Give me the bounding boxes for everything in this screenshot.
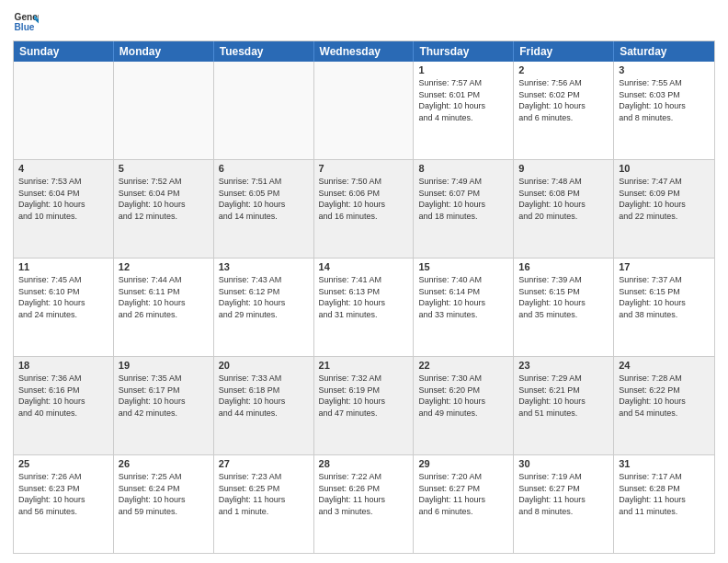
calendar-header-cell: Sunday bbox=[14, 41, 114, 62]
calendar-cell: 22Sunrise: 7:30 AM Sunset: 6:20 PM Dayli… bbox=[414, 357, 514, 454]
calendar-cell: 30Sunrise: 7:19 AM Sunset: 6:27 PM Dayli… bbox=[514, 455, 614, 553]
day-number: 18 bbox=[18, 360, 108, 371]
day-info: Sunrise: 7:51 AM Sunset: 6:05 PM Dayligh… bbox=[219, 176, 309, 222]
day-info: Sunrise: 7:35 AM Sunset: 6:17 PM Dayligh… bbox=[119, 373, 209, 419]
calendar: SundayMondayTuesdayWednesdayThursdayFrid… bbox=[13, 40, 715, 554]
page: General Blue SundayMondayTuesdayWednesda… bbox=[0, 0, 728, 563]
day-number: 26 bbox=[119, 458, 209, 469]
day-info: Sunrise: 7:28 AM Sunset: 6:22 PM Dayligh… bbox=[619, 373, 710, 419]
calendar-cell: 9Sunrise: 7:48 AM Sunset: 6:08 PM Daylig… bbox=[514, 160, 614, 258]
calendar-cell: 4Sunrise: 7:53 AM Sunset: 6:04 PM Daylig… bbox=[14, 160, 114, 258]
day-info: Sunrise: 7:20 AM Sunset: 6:27 PM Dayligh… bbox=[418, 471, 508, 517]
calendar-cell: 29Sunrise: 7:20 AM Sunset: 6:27 PM Dayli… bbox=[414, 455, 514, 553]
day-info: Sunrise: 7:49 AM Sunset: 6:07 PM Dayligh… bbox=[418, 176, 508, 222]
day-info: Sunrise: 7:55 AM Sunset: 6:03 PM Dayligh… bbox=[619, 77, 710, 123]
calendar-row: 1Sunrise: 7:57 AM Sunset: 6:01 PM Daylig… bbox=[14, 62, 714, 159]
day-info: Sunrise: 7:25 AM Sunset: 6:24 PM Dayligh… bbox=[119, 471, 209, 517]
header: General Blue bbox=[13, 9, 715, 35]
calendar-cell: 25Sunrise: 7:26 AM Sunset: 6:23 PM Dayli… bbox=[14, 455, 114, 553]
day-number: 21 bbox=[319, 360, 409, 371]
day-info: Sunrise: 7:53 AM Sunset: 6:04 PM Dayligh… bbox=[18, 176, 108, 222]
logo: General Blue bbox=[13, 9, 39, 35]
calendar-cell bbox=[114, 62, 214, 159]
day-info: Sunrise: 7:45 AM Sunset: 6:10 PM Dayligh… bbox=[18, 274, 108, 320]
svg-text:Blue: Blue bbox=[15, 22, 35, 32]
calendar-body: 1Sunrise: 7:57 AM Sunset: 6:01 PM Daylig… bbox=[14, 62, 714, 553]
day-info: Sunrise: 7:26 AM Sunset: 6:23 PM Dayligh… bbox=[18, 471, 108, 517]
calendar-cell: 28Sunrise: 7:22 AM Sunset: 6:26 PM Dayli… bbox=[314, 455, 415, 553]
calendar-header-cell: Tuesday bbox=[214, 41, 314, 62]
day-info: Sunrise: 7:39 AM Sunset: 6:15 PM Dayligh… bbox=[518, 274, 609, 320]
day-info: Sunrise: 7:50 AM Sunset: 6:06 PM Dayligh… bbox=[319, 176, 409, 222]
day-info: Sunrise: 7:30 AM Sunset: 6:20 PM Dayligh… bbox=[418, 373, 508, 419]
day-number: 20 bbox=[219, 360, 309, 371]
day-number: 5 bbox=[119, 163, 209, 174]
day-number: 23 bbox=[518, 360, 609, 371]
calendar-cell: 24Sunrise: 7:28 AM Sunset: 6:22 PM Dayli… bbox=[614, 357, 714, 454]
calendar-header-cell: Friday bbox=[514, 41, 614, 62]
day-info: Sunrise: 7:36 AM Sunset: 6:16 PM Dayligh… bbox=[18, 373, 108, 419]
calendar-cell: 26Sunrise: 7:25 AM Sunset: 6:24 PM Dayli… bbox=[114, 455, 214, 553]
day-info: Sunrise: 7:52 AM Sunset: 6:04 PM Dayligh… bbox=[119, 176, 209, 222]
day-number: 15 bbox=[418, 261, 508, 272]
calendar-cell: 19Sunrise: 7:35 AM Sunset: 6:17 PM Dayli… bbox=[114, 357, 214, 454]
calendar-cell: 23Sunrise: 7:29 AM Sunset: 6:21 PM Dayli… bbox=[514, 357, 614, 454]
day-number: 13 bbox=[219, 261, 309, 272]
day-number: 25 bbox=[18, 458, 108, 469]
calendar-cell: 13Sunrise: 7:43 AM Sunset: 6:12 PM Dayli… bbox=[214, 259, 314, 356]
day-info: Sunrise: 7:22 AM Sunset: 6:26 PM Dayligh… bbox=[319, 471, 409, 517]
calendar-row: 18Sunrise: 7:36 AM Sunset: 6:16 PM Dayli… bbox=[14, 356, 714, 454]
day-number: 19 bbox=[119, 360, 209, 371]
day-info: Sunrise: 7:19 AM Sunset: 6:27 PM Dayligh… bbox=[518, 471, 609, 517]
calendar-cell: 11Sunrise: 7:45 AM Sunset: 6:10 PM Dayli… bbox=[14, 259, 114, 356]
calendar-cell: 6Sunrise: 7:51 AM Sunset: 6:05 PM Daylig… bbox=[214, 160, 314, 258]
calendar-cell: 21Sunrise: 7:32 AM Sunset: 6:19 PM Dayli… bbox=[314, 357, 415, 454]
day-info: Sunrise: 7:57 AM Sunset: 6:01 PM Dayligh… bbox=[418, 77, 508, 123]
day-info: Sunrise: 7:33 AM Sunset: 6:18 PM Dayligh… bbox=[219, 373, 309, 419]
day-info: Sunrise: 7:17 AM Sunset: 6:28 PM Dayligh… bbox=[619, 471, 710, 517]
day-info: Sunrise: 7:41 AM Sunset: 6:13 PM Dayligh… bbox=[319, 274, 409, 320]
day-info: Sunrise: 7:48 AM Sunset: 6:08 PM Dayligh… bbox=[518, 176, 609, 222]
day-info: Sunrise: 7:43 AM Sunset: 6:12 PM Dayligh… bbox=[219, 274, 309, 320]
calendar-cell: 10Sunrise: 7:47 AM Sunset: 6:09 PM Dayli… bbox=[614, 160, 714, 258]
calendar-cell: 31Sunrise: 7:17 AM Sunset: 6:28 PM Dayli… bbox=[614, 455, 714, 553]
day-number: 3 bbox=[619, 64, 710, 75]
day-info: Sunrise: 7:44 AM Sunset: 6:11 PM Dayligh… bbox=[119, 274, 209, 320]
day-number: 9 bbox=[518, 163, 609, 174]
day-number: 31 bbox=[619, 458, 710, 469]
logo-icon: General Blue bbox=[13, 9, 39, 35]
day-number: 29 bbox=[418, 458, 508, 469]
day-number: 1 bbox=[418, 64, 508, 75]
calendar-cell: 17Sunrise: 7:37 AM Sunset: 6:15 PM Dayli… bbox=[614, 259, 714, 356]
day-info: Sunrise: 7:37 AM Sunset: 6:15 PM Dayligh… bbox=[619, 274, 710, 320]
day-info: Sunrise: 7:40 AM Sunset: 6:14 PM Dayligh… bbox=[418, 274, 508, 320]
calendar-cell: 16Sunrise: 7:39 AM Sunset: 6:15 PM Dayli… bbox=[514, 259, 614, 356]
calendar-row: 11Sunrise: 7:45 AM Sunset: 6:10 PM Dayli… bbox=[14, 258, 714, 356]
calendar-cell: 3Sunrise: 7:55 AM Sunset: 6:03 PM Daylig… bbox=[614, 62, 714, 159]
calendar-cell: 20Sunrise: 7:33 AM Sunset: 6:18 PM Dayli… bbox=[214, 357, 314, 454]
calendar-cell: 2Sunrise: 7:56 AM Sunset: 6:02 PM Daylig… bbox=[514, 62, 614, 159]
calendar-header-cell: Saturday bbox=[614, 41, 714, 62]
day-number: 17 bbox=[619, 261, 710, 272]
calendar-header-cell: Wednesday bbox=[314, 41, 415, 62]
calendar-header-cell: Thursday bbox=[414, 41, 514, 62]
day-number: 2 bbox=[518, 64, 609, 75]
calendar-row: 4Sunrise: 7:53 AM Sunset: 6:04 PM Daylig… bbox=[14, 159, 714, 258]
day-number: 30 bbox=[518, 458, 609, 469]
day-number: 10 bbox=[619, 163, 710, 174]
day-info: Sunrise: 7:56 AM Sunset: 6:02 PM Dayligh… bbox=[518, 77, 609, 123]
day-number: 7 bbox=[319, 163, 409, 174]
day-number: 6 bbox=[219, 163, 309, 174]
day-info: Sunrise: 7:23 AM Sunset: 6:25 PM Dayligh… bbox=[219, 471, 309, 517]
day-number: 4 bbox=[18, 163, 108, 174]
calendar-cell: 5Sunrise: 7:52 AM Sunset: 6:04 PM Daylig… bbox=[114, 160, 214, 258]
day-number: 28 bbox=[319, 458, 409, 469]
calendar-cell: 18Sunrise: 7:36 AM Sunset: 6:16 PM Dayli… bbox=[14, 357, 114, 454]
day-info: Sunrise: 7:32 AM Sunset: 6:19 PM Dayligh… bbox=[319, 373, 409, 419]
day-number: 24 bbox=[619, 360, 710, 371]
calendar-cell: 27Sunrise: 7:23 AM Sunset: 6:25 PM Dayli… bbox=[214, 455, 314, 553]
calendar-cell: 14Sunrise: 7:41 AM Sunset: 6:13 PM Dayli… bbox=[314, 259, 415, 356]
calendar-cell bbox=[14, 62, 114, 159]
calendar-header-cell: Monday bbox=[114, 41, 214, 62]
calendar-cell bbox=[314, 62, 415, 159]
